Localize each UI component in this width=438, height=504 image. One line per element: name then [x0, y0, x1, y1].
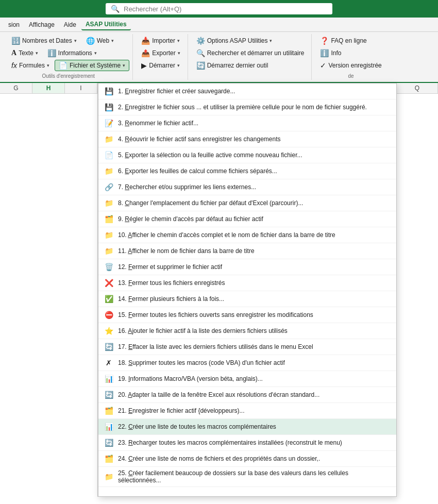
dropdown-item-icon-2: 💾 — [104, 102, 114, 112]
dropdown-item-24[interactable]: 🗂️24. Créer une liste de noms de fichier… — [98, 451, 396, 467]
chevron-down-icon-8: ▾ — [178, 51, 180, 56]
chevron-down-icon-9: ▾ — [177, 63, 180, 68]
dropdown-item-icon-14: ✅ — [104, 294, 114, 304]
dropdown-item-7[interactable]: 🔗7. Rechercher et/ou supprimer les liens… — [98, 179, 396, 195]
ribbon-btn-texte[interactable]: A Texte ▾ — [7, 47, 42, 59]
col-header-g: G — [0, 83, 32, 93]
dropdown-item-icon-20: 🔄 — [104, 390, 114, 400]
ribbon-btn-informations[interactable]: ℹ️ Informations ▾ — [43, 47, 101, 59]
ribbon-btn-exporter-label: Exporter — [152, 49, 175, 57]
ribbon-btn-importer[interactable]: 📥 Importer ▾ — [137, 35, 184, 46]
numbers-icon: 🔢 — [11, 37, 20, 45]
dropdown-item-text-17: 17. Effacer la liste avec les derniers f… — [118, 343, 391, 350]
dropdown-item-icon-12: 🗑️ — [104, 262, 114, 272]
ribbon-btn-demarrer[interactable]: ▶ Démarrer ▾ — [137, 60, 184, 71]
dropdown-item-icon-1: 💾 — [104, 86, 114, 96]
ribbon-btn-texte-label: Texte — [19, 49, 33, 57]
ribbon-btn-version[interactable]: ✓ Version enregistrée — [316, 60, 385, 71]
dropdown-item-21[interactable]: 🗂️21. Enregistrer le fichier actif {déve… — [98, 403, 396, 419]
col-header-h: H — [32, 83, 65, 93]
ribbon-row-2: A Texte ▾ ℹ️ Informations ▾ — [7, 47, 101, 59]
dropdown-item-text-4: 4. Réouvrir le fichier actif sans enregi… — [118, 136, 391, 143]
dropdown-item-13[interactable]: ❌13. Fermer tous les fichiers enregistré… — [98, 275, 396, 291]
ribbon-btn-demarrer-label: Démarrer — [149, 62, 175, 69]
ribbon-btn-demarrez-dernier[interactable]: 🔄 Démarrez dernier outil — [192, 60, 273, 71]
dropdown-item-22[interactable]: 📊22. Créer une liste de toutes les macro… — [98, 419, 396, 435]
menu-item-asap[interactable]: ASAP Utilities — [81, 19, 131, 30]
ribbon-btn-demarrez-dernier-label: Démarrez dernier outil — [207, 62, 268, 69]
ribbon-btn-web[interactable]: 🌐 Web ▾ — [82, 35, 118, 46]
ribbon-btn-rechercher[interactable]: 🔍 Rechercher et démarrer un utilitaire — [192, 47, 309, 59]
ribbon-btn-exporter[interactable]: 📤 Exporter ▾ — [137, 47, 184, 59]
chevron-down-icon: ▾ — [74, 38, 77, 43]
options-icon: ⚙️ — [196, 37, 205, 45]
dropdown-item-23[interactable]: 🔄23. Recharger toutes les macros complém… — [98, 435, 396, 451]
dropdown-item-3[interactable]: 📝3. Renommer le fichier actif... — [98, 115, 396, 131]
demarrez-dernier-icon: 🔄 — [196, 61, 205, 70]
dropdown-item-text-12: 12. Fermer et supprimer le fichier actif — [118, 263, 391, 271]
chevron-down-icon-4: ▾ — [94, 51, 97, 56]
dropdown-item-19[interactable]: 📊19. Informations Macro/VBA (version bét… — [98, 371, 396, 387]
ribbon-btn-nombres[interactable]: 🔢 Nombres et Dates ▾ — [7, 35, 81, 46]
demarrer-icon: ▶ — [141, 61, 147, 70]
dropdown-item-4[interactable]: 📁4. Réouvrir le fichier actif sans enreg… — [98, 131, 396, 147]
dropdown-item-2[interactable]: 💾2. Enregistrer le fichier sous ... et u… — [98, 99, 396, 115]
dropdown-item-20[interactable]: 🔄20. Adapter la taille de la fenêtre Exc… — [98, 387, 396, 403]
dropdown-item-16[interactable]: ⭐16. Ajouter le fichier actif à la liste… — [98, 323, 396, 339]
dropdown-item-6[interactable]: 📁6. Exporter les feuilles de calcul comm… — [98, 163, 396, 179]
dropdown-item-text-9: 9. Régler le chemin d'accès par défaut a… — [118, 215, 391, 223]
dropdown-item-11[interactable]: 📁11. Afficher le nom de fichier dans la … — [98, 243, 396, 259]
dropdown-item-icon-17: 🔄 — [104, 342, 114, 352]
chevron-down-icon-10: ▾ — [269, 38, 272, 43]
ribbon-row-5: 📤 Exporter ▾ — [137, 47, 184, 59]
dropdown-item-12[interactable]: 🗑️12. Fermer et supprimer le fichier act… — [98, 259, 396, 275]
ribbon-btn-options[interactable]: ⚙️ Options ASAP Utilities ▾ — [192, 35, 277, 46]
ribbon-group-tools: 🔢 Nombres et Dates ▾ 🌐 Web ▾ A Texte ▾ ℹ… — [4, 34, 133, 80]
dropdown-item-icon-22: 📊 — [104, 422, 114, 432]
ribbon-btn-faq[interactable]: ❓ FAQ en ligne — [316, 35, 370, 46]
ribbon-btn-info[interactable]: ℹ️ Info — [316, 47, 345, 59]
dropdown-item-15[interactable]: ⛔15. Fermer toutes les fichiers ouverts … — [98, 307, 396, 323]
ribbon-group-import-export: 📥 Importer ▾ 📤 Exporter ▾ ▶ Démarrer ▾ — [134, 34, 188, 80]
ribbon-group-help: ❓ FAQ en ligne ℹ️ Info ✓ Version enregis… — [313, 34, 389, 80]
dropdown-item-text-5: 5. Exporter la sélection ou la feuille a… — [118, 152, 391, 159]
dropdown-item-text-24: 24. Créer une liste de noms de fichiers … — [118, 455, 391, 462]
ribbon-row-4: 📥 Importer ▾ — [137, 35, 184, 46]
dropdown-item-text-16: 16. Ajouter le fichier actif à la liste … — [118, 327, 391, 334]
dropdown-item-1[interactable]: 💾1. Enregistrer fichier et créer sauvega… — [98, 83, 396, 99]
ribbon-btn-version-label: Version enregistrée — [328, 62, 381, 69]
ribbon-btn-informations-label: Informations — [58, 49, 92, 57]
search-input[interactable] — [124, 5, 327, 13]
left-cells — [0, 94, 97, 497]
search-wrap: 🔍 — [106, 3, 332, 14]
dropdown-item-18[interactable]: ✗18. Supprimer toutes les macros (code V… — [98, 355, 396, 371]
dropdown-item-14[interactable]: ✅14. Fermer plusieurs fichiers à la fois… — [98, 291, 396, 307]
menu-item-sion[interactable]: sion — [4, 20, 24, 30]
dropdown-item-8[interactable]: 📁8. Changer l'emplacement du fichier par… — [98, 195, 396, 211]
dropdown-item-25[interactable]: 📁25. Créer facilement beaucoup de dossie… — [98, 467, 396, 487]
info-icon: ℹ️ — [320, 49, 329, 57]
ribbon-row-1: 🔢 Nombres et Dates ▾ 🌐 Web ▾ — [7, 35, 118, 46]
dropdown-item-text-21: 21. Enregistrer le fichier actif {dévelo… — [118, 407, 391, 414]
rechercher-icon: 🔍 — [196, 49, 205, 57]
dropdown-item-icon-10: 📁 — [104, 230, 114, 240]
dropdown-item-icon-15: ⛔ — [104, 310, 114, 320]
dropdown-item-text-3: 3. Renommer le fichier actif... — [118, 120, 391, 127]
ribbon-btn-fichier[interactable]: 📄 Fichier et Système ▾ — [55, 60, 129, 71]
col-header-left: G H I — [0, 83, 97, 94]
dropdown-item-icon-5: 📄 — [104, 150, 114, 160]
dropdown-item-17[interactable]: 🔄17. Effacer la liste avec les derniers … — [98, 339, 396, 355]
dropdown-item-text-8: 8. Changer l'emplacement du fichier par … — [118, 199, 391, 207]
dropdown-item-10[interactable]: 📁10. Afficher le chemin d'accès complet … — [98, 227, 396, 243]
dropdown-item-9[interactable]: 🗂️9. Régler le chemin d'accès par défaut… — [98, 211, 396, 227]
version-icon: ✓ — [320, 61, 326, 70]
dropdown-item-5[interactable]: 📄5. Exporter la sélection ou la feuille … — [98, 147, 396, 163]
dropdown-item-text-14: 14. Fermer plusieurs fichiers à la fois.… — [118, 295, 391, 303]
dropdown-item-text-20: 20. Adapter la taille de la fenêtre Exce… — [118, 391, 391, 398]
chevron-down-icon-3: ▾ — [36, 51, 38, 56]
dropdown-item-text-22: 22. Créer une liste de toutes les macros… — [118, 423, 391, 430]
menu-item-aide[interactable]: Aide — [60, 20, 80, 30]
ribbon-btn-formules[interactable]: fx Formules ▾ — [7, 60, 54, 71]
menu-item-affichage[interactable]: Affichage — [25, 20, 59, 30]
ribbon-group-options: ⚙️ Options ASAP Utilities ▾ 🔍 Rechercher… — [189, 34, 312, 80]
